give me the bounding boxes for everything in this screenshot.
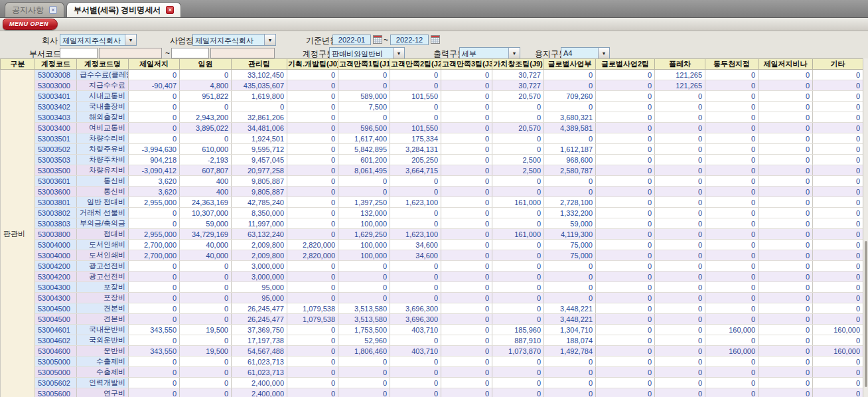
table-row[interactable]: 53003500차량유지비-3,090,412607,80720,977,258… [1, 165, 863, 176]
table-row[interactable]: 53004600운반비343,55019,50054,567,48801,806… [1, 346, 863, 357]
tab-notice[interactable]: 공지사항 × [5, 2, 64, 17]
dept-code-from-input[interactable] [60, 48, 98, 58]
column-header[interactable]: 임원 [180, 59, 232, 70]
table-row[interactable]: 53003801일반 접대비2,955,00024,363,16942,785,… [1, 197, 863, 208]
chevron-down-icon: ▼ [393, 48, 404, 58]
column-header[interactable]: 관리팀 [232, 59, 287, 70]
table-row[interactable]: 53003601통신비3,6204009,805,88700000000000 [1, 176, 863, 187]
table-row[interactable]: 53003400여비교통비03,895,02234,481,0060596,50… [1, 123, 863, 133]
num-cell: 0 [655, 123, 705, 133]
column-header[interactable]: 기타 [813, 59, 863, 70]
table-row[interactable]: 53004200광고선전비003,000,00000000000000 [1, 272, 863, 282]
table-row[interactable]: 53004200광고선전비003,000,00000000000000 [1, 261, 863, 272]
column-header[interactable]: 플레차 [655, 59, 705, 70]
menu-open-button[interactable]: MENU OPEN [3, 19, 58, 30]
column-header[interactable]: 글로벌사업2팀 [596, 59, 655, 70]
table-row[interactable]: 53004300포장비0095,00000000000000 [1, 293, 863, 303]
column-header[interactable]: 계정코드명 [77, 59, 129, 70]
dept-code-to-input[interactable] [171, 48, 209, 58]
num-cell: 0 [544, 378, 596, 388]
num-cell: 0 [596, 197, 655, 208]
num-cell: 0 [813, 303, 863, 314]
column-header[interactable]: 제일저지비나 [759, 59, 813, 70]
column-header[interactable]: 고객만족1팀(J1) [338, 59, 390, 70]
column-header[interactable]: 글로벌사업부 [544, 59, 596, 70]
num-cell: 0 [338, 282, 390, 293]
column-header[interactable]: 가치창조팀(J9) [492, 59, 544, 70]
column-header[interactable]: 동두천지점 [705, 59, 759, 70]
base-month-from-input[interactable]: 2022-01 [332, 35, 371, 45]
column-header[interactable]: 고객만족3팀(J3) [441, 59, 492, 70]
base-month-to-input[interactable]: 2022-12 [390, 35, 429, 45]
num-cell: 0 [655, 218, 705, 229]
code-cell: 53005000 [35, 357, 77, 367]
table-row[interactable]: 53003802거래처 선물비010,307,0008,350,0000132,… [1, 208, 863, 218]
num-cell: 0 [492, 367, 544, 378]
num-cell: 63,132,240 [232, 229, 287, 240]
table-row[interactable]: 53003402국내출장비00007,500000000000 [1, 102, 863, 112]
tab-expense-report[interactable]: 부서별(세목) 경비명세서 × [66, 2, 181, 17]
table-row[interactable]: 53005602인력개발비002,400,00000000000000 [1, 378, 863, 388]
num-cell: 0 [813, 176, 863, 187]
num-cell: 0 [492, 208, 544, 218]
table-row[interactable]: 53005600연구비002,400,00000000000000 [1, 388, 863, 397]
num-cell: 2,400,000 [232, 378, 287, 388]
num-cell: 0 [759, 388, 813, 397]
table-row[interactable]: 53003401시내교통비0951,8221,619,8000589,00010… [1, 91, 863, 102]
table-row[interactable]: 판관비53003008급수수료(클레임)0033,102,450000030,7… [1, 70, 863, 80]
scrollbar-thumb[interactable] [865, 241, 867, 387]
table-row[interactable]: 53004300포장비0095,00000000000000 [1, 282, 863, 293]
workplace-select[interactable]: 제일저지주식회사 ▼ [192, 34, 276, 46]
name-cell: 광고선전비 [77, 272, 129, 282]
table-row[interactable]: 53003501차량수리비001,924,50101,617,400175,33… [1, 133, 863, 144]
dept-code-from-name-input[interactable] [99, 48, 162, 58]
num-cell: 0 [655, 325, 705, 335]
close-icon[interactable]: × [166, 6, 174, 14]
table-row[interactable]: 53004500견본비0026,245,4771,079,5383,513,58… [1, 314, 863, 325]
num-cell: 589,000 [338, 91, 390, 102]
num-cell: 0 [655, 314, 705, 325]
output-type-select[interactable]: 세부 ▼ [459, 47, 520, 59]
table-row[interactable]: 53004000도서인쇄비2,700,00040,0002,009,8002,8… [1, 240, 863, 250]
num-cell: 0 [759, 112, 813, 123]
table-row[interactable]: 53003403해외출장비02,943,20032,861,206000003,… [1, 112, 863, 123]
num-cell: 0 [287, 176, 338, 187]
table-row[interactable]: 53003803부의금/축의금059,00011,997,0000100,000… [1, 218, 863, 229]
column-header[interactable]: 계정코드 [35, 59, 77, 70]
calendar-icon[interactable] [373, 35, 382, 44]
table-row[interactable]: 53003600통신비3,6204009,805,88700000000000 [1, 187, 863, 197]
table-row[interactable]: 53004500견본비0026,245,4771,079,5383,513,58… [1, 303, 863, 314]
table-row[interactable]: 53005000수출제비0061,023,71300000000000 [1, 357, 863, 367]
column-header[interactable]: 구분 [1, 59, 35, 70]
table-row[interactable]: 53003000지급수수료-90,4074,800435,035,6070000… [1, 80, 863, 91]
num-cell: -2,193 [180, 155, 232, 165]
paper-type-select[interactable]: A4 ▼ [561, 47, 610, 59]
table-row[interactable]: 53004601국내운반비343,55019,50037,369,75001,7… [1, 325, 863, 335]
num-cell: 0 [544, 261, 596, 272]
menu-strip: MENU OPEN [0, 18, 868, 31]
table-row[interactable]: 53004602국외운반비0017,197,738052,96000887,91… [1, 335, 863, 346]
num-cell: 0 [596, 70, 655, 80]
dept-code-to-name-input[interactable] [210, 48, 275, 58]
table-row[interactable]: 53003503차량주차비904,218-2,1939,457,0450601,… [1, 155, 863, 165]
table-row[interactable]: 53003800접대비2,955,00034,729,16963,132,240… [1, 229, 863, 240]
num-cell: 0 [338, 378, 390, 388]
num-cell: 601,200 [338, 155, 390, 165]
num-cell: 2,580,787 [544, 165, 596, 176]
close-icon[interactable]: × [49, 6, 57, 14]
table-row[interactable]: 53004000도서인쇄비2,700,00040,0002,009,8002,8… [1, 250, 863, 261]
column-header[interactable]: 기획.개발팀(J0) [287, 59, 338, 70]
table-row[interactable]: 53005000수출제비0061,023,71300000000000 [1, 367, 863, 378]
table-row[interactable]: 53003502차량주유비-3,994,630610,0009,595,7120… [1, 144, 863, 155]
num-cell: 0 [390, 112, 441, 123]
vertical-scrollbar[interactable] [863, 58, 868, 397]
calendar-icon[interactable] [431, 35, 440, 44]
num-cell: 0 [813, 293, 863, 303]
column-header[interactable]: 제일저지 [129, 59, 180, 70]
num-cell: 2,009,800 [232, 250, 287, 261]
num-cell: 0 [544, 367, 596, 378]
account-type-select[interactable]: 판매비와일반비 ▼ [329, 47, 405, 59]
num-cell: 3,664,715 [390, 165, 441, 176]
column-header[interactable]: 고객만족2팀(J2) [390, 59, 441, 70]
company-select[interactable]: 제일저지주식회사 ▼ [60, 34, 137, 46]
